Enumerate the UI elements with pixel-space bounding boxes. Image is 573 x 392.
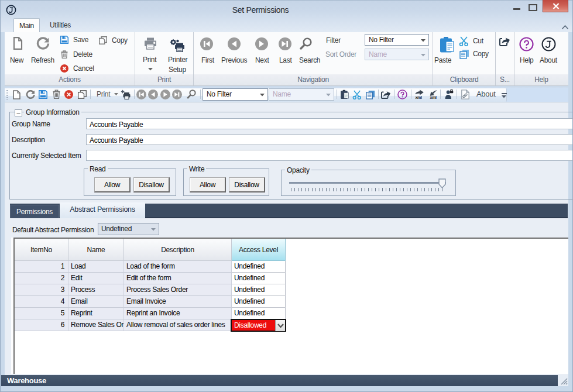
svg-text:xml: xml bbox=[416, 95, 423, 99]
svg-text:xml: xml bbox=[430, 95, 437, 99]
